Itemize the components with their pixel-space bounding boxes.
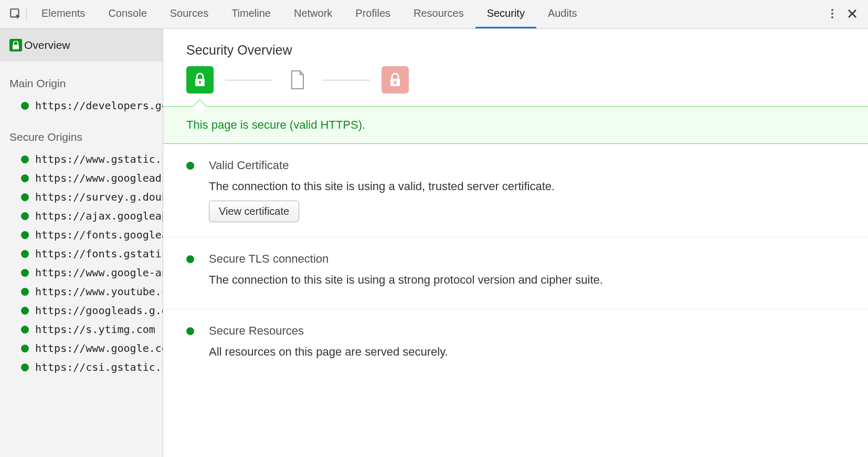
- tab-network[interactable]: Network: [282, 0, 344, 28]
- secure-dot-icon: [21, 174, 29, 182]
- secure-lock-icon[interactable]: [186, 66, 214, 94]
- origin-item[interactable]: https://developers.google.com: [0, 96, 163, 115]
- secure-dot-icon: [21, 250, 29, 258]
- origin-item[interactable]: https://googleads.g.doubleclick.net: [0, 301, 163, 320]
- origin-url: https://www.google.com: [35, 342, 163, 355]
- insecure-lock-icon[interactable]: [382, 66, 409, 94]
- origin-url: https://www.googleadservices.com: [35, 172, 163, 184]
- origin-item[interactable]: https://www.googleadservices.com: [0, 169, 163, 188]
- tab-profiles[interactable]: Profiles: [344, 0, 402, 28]
- origin-item[interactable]: https://fonts.googleapis.com: [0, 225, 163, 244]
- origin-url: https://googleads.g.doubleclick.net: [35, 304, 163, 317]
- tab-console[interactable]: Console: [97, 0, 158, 28]
- secure-dot-icon: [21, 307, 29, 315]
- secure-dot-icon: [186, 327, 194, 335]
- tab-security[interactable]: Security: [475, 0, 536, 28]
- devtools-toolbar: ElementsConsoleSourcesTimelineNetworkPro…: [0, 0, 868, 29]
- origin-item[interactable]: https://www.gstatic.com: [0, 150, 163, 169]
- inspect-icon[interactable]: [5, 7, 26, 21]
- origin-url: https://fonts.gstatic.com: [35, 247, 163, 260]
- origin-item[interactable]: https://fonts.gstatic.com: [0, 244, 163, 263]
- view-certificate-button[interactable]: View certificate: [209, 201, 299, 222]
- origin-url: https://fonts.googleapis.com: [35, 228, 163, 241]
- tab-resources[interactable]: Resources: [402, 0, 475, 28]
- detail-row: Secure TLS connectionThe connection to t…: [163, 237, 868, 309]
- secure-dot-icon: [186, 162, 194, 170]
- secure-dot-icon: [21, 102, 29, 110]
- origin-url: https://www.youtube.com: [35, 285, 163, 298]
- toolbar-separator: [26, 7, 27, 22]
- origin-item[interactable]: https://www.youtube.com: [0, 282, 163, 301]
- security-flow: [163, 66, 868, 106]
- detail-title: Secure Resources: [209, 324, 845, 338]
- secure-dot-icon: [21, 326, 29, 334]
- secure-origins-section-label: Secure Origins: [0, 115, 163, 150]
- security-sidebar: Overview Main Origin https://developers.…: [0, 29, 163, 457]
- lock-icon: [9, 39, 22, 51]
- tab-elements[interactable]: Elements: [30, 0, 97, 28]
- tab-strip: ElementsConsoleSourcesTimelineNetworkPro…: [30, 0, 830, 28]
- detail-description: The connection to this site is using a s…: [209, 273, 845, 287]
- detail-row: Valid CertificateThe connection to this …: [163, 144, 868, 237]
- secure-dot-icon: [21, 288, 29, 296]
- main-origin-section-label: Main Origin: [0, 61, 163, 96]
- secure-dot-icon: [21, 155, 29, 163]
- svg-point-3: [831, 16, 833, 18]
- detail-row: Secure ResourcesAll resources on this pa…: [163, 309, 868, 381]
- detail-title: Valid Certificate: [209, 159, 845, 172]
- origin-url: https://www.google-analytics.com: [35, 266, 163, 279]
- security-banner: This page is secure (valid HTTPS).: [163, 106, 868, 144]
- secure-dot-icon: [21, 231, 29, 239]
- origin-url: https://ajax.googleapis.com: [35, 210, 163, 222]
- detail-title: Secure TLS connection: [209, 252, 845, 266]
- origin-item[interactable]: https://csi.gstatic.com: [0, 358, 163, 377]
- detail-description: All resources on this page are served se…: [209, 345, 845, 359]
- origin-url: https://www.gstatic.com: [35, 153, 163, 165]
- secure-dot-icon: [21, 345, 29, 352]
- secure-dot-icon: [21, 269, 29, 277]
- page-title: Security Overview: [163, 29, 868, 66]
- flow-connector: [323, 80, 370, 80]
- more-icon[interactable]: [830, 7, 834, 22]
- origin-url: https://s.ytimg.com: [35, 323, 155, 336]
- svg-point-2: [831, 13, 833, 15]
- flow-connector: [225, 80, 272, 80]
- svg-rect-6: [13, 45, 19, 49]
- sidebar-overview[interactable]: Overview: [0, 29, 163, 61]
- tab-audits[interactable]: Audits: [536, 0, 589, 28]
- svg-point-1: [831, 9, 833, 11]
- origin-item[interactable]: https://ajax.googleapis.com: [0, 206, 163, 225]
- detail-description: The connection to this site is using a v…: [209, 180, 845, 193]
- origin-url: https://csi.gstatic.com: [35, 361, 163, 373]
- tab-timeline[interactable]: Timeline: [220, 0, 282, 28]
- origin-item[interactable]: https://survey.g.doubleclick.net: [0, 188, 163, 206]
- security-main-panel: Security Overview This page is secure (v…: [163, 29, 868, 457]
- secure-dot-icon: [186, 255, 194, 263]
- origin-item[interactable]: https://www.google.com: [0, 339, 163, 358]
- svg-rect-9: [199, 82, 200, 84]
- overview-label: Overview: [24, 39, 70, 51]
- file-icon[interactable]: [284, 66, 311, 94]
- origin-item[interactable]: https://www.google-analytics.com: [0, 263, 163, 282]
- origin-item[interactable]: https://s.ytimg.com: [0, 320, 163, 339]
- tab-sources[interactable]: Sources: [158, 0, 220, 28]
- secure-dot-icon: [21, 212, 29, 220]
- close-icon[interactable]: [847, 8, 858, 20]
- secure-dot-icon: [21, 193, 29, 201]
- secure-dot-icon: [21, 363, 29, 371]
- origin-url: https://survey.g.doubleclick.net: [35, 191, 163, 203]
- origin-url: https://developers.google.com: [35, 99, 163, 112]
